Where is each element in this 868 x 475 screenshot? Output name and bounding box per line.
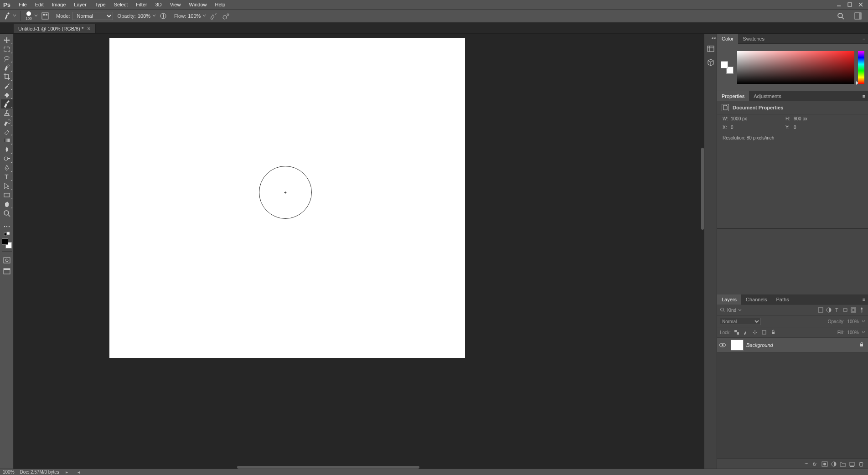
panel-menu-icon[interactable]: ≡: [860, 36, 868, 41]
pen-tool[interactable]: [1, 163, 13, 172]
doc-size[interactable]: Doc: 2.57M/0 bytes: [20, 470, 59, 475]
clone-stamp-tool[interactable]: [1, 108, 13, 118]
quick-selection-tool[interactable]: [1, 63, 13, 72]
color-foreground-background[interactable]: [721, 61, 734, 74]
chevron-down-icon[interactable]: [862, 330, 865, 334]
blur-tool[interactable]: [1, 145, 13, 154]
opacity-value[interactable]: 100%: [138, 13, 152, 19]
filter-type-icon[interactable]: T: [833, 306, 841, 314]
flow-value[interactable]: 100%: [188, 13, 202, 19]
layer-visibility-icon[interactable]: [717, 342, 728, 348]
menu-edit[interactable]: Edit: [31, 0, 48, 10]
edit-toolbar-icon[interactable]: [1, 222, 13, 231]
brush-tool[interactable]: [1, 99, 13, 108]
tab-adjustments[interactable]: Adjustments: [749, 91, 786, 101]
window-close-icon[interactable]: [855, 0, 866, 10]
rectangle-tool[interactable]: [1, 191, 13, 200]
history-panel-icon[interactable]: [706, 44, 716, 54]
layer-style-icon[interactable]: fx: [811, 460, 820, 468]
fill-value[interactable]: 100%: [847, 330, 859, 335]
workspace-switcher-icon[interactable]: [853, 11, 863, 21]
layer-filter-kind[interactable]: Kind: [720, 307, 742, 313]
lock-all-icon[interactable]: [770, 329, 776, 336]
lock-position-icon[interactable]: [752, 329, 758, 336]
menu-3d[interactable]: 3D: [151, 0, 166, 10]
close-icon[interactable]: ×: [87, 26, 91, 31]
chevron-down-icon[interactable]: [34, 14, 39, 18]
zoom-tool[interactable]: [1, 209, 13, 218]
history-brush-tool[interactable]: [1, 118, 13, 127]
default-colors-icon[interactable]: [1, 231, 13, 237]
quick-mask-icon[interactable]: [2, 256, 12, 264]
document-tab[interactable]: Untitled-1 @ 100% (RGB/8) * ×: [14, 24, 96, 33]
chevron-down-icon[interactable]: [152, 14, 157, 18]
vertical-scrollbar[interactable]: [701, 34, 704, 469]
eraser-tool[interactable]: [1, 127, 13, 136]
window-maximize-icon[interactable]: [844, 0, 855, 10]
lock-artboard-icon[interactable]: [761, 329, 767, 336]
filter-toggle-icon[interactable]: [858, 306, 865, 314]
color-field[interactable]: [737, 51, 854, 84]
status-menu-icon[interactable]: ▸: [65, 470, 69, 475]
menu-window[interactable]: Window: [185, 0, 211, 10]
layer-lock-icon[interactable]: [859, 342, 864, 348]
chevron-down-icon[interactable]: [862, 320, 865, 323]
tool-preset-picker[interactable]: [4, 12, 17, 20]
spot-healing-tool[interactable]: [1, 90, 13, 99]
lasso-tool[interactable]: [1, 54, 13, 63]
type-tool[interactable]: T: [1, 172, 13, 181]
path-selection-tool[interactable]: [1, 181, 13, 191]
tab-paths[interactable]: Paths: [772, 294, 794, 305]
layer-name[interactable]: Background: [746, 342, 773, 348]
filter-shape-icon[interactable]: [842, 306, 849, 314]
link-layers-icon[interactable]: [802, 460, 811, 468]
height-value[interactable]: 900 px: [794, 116, 848, 121]
brush-panel-toggle-icon[interactable]: [41, 11, 50, 21]
filter-smart-icon[interactable]: [850, 306, 857, 314]
new-group-icon[interactable]: [839, 460, 847, 468]
hue-slider[interactable]: [858, 51, 864, 84]
scroll-left-icon[interactable]: ◂: [77, 470, 81, 475]
window-minimize-icon[interactable]: [833, 0, 844, 10]
panel-menu-icon[interactable]: ≡: [860, 93, 868, 99]
gradient-tool[interactable]: [1, 136, 13, 145]
panel-menu-icon[interactable]: ≡: [860, 297, 868, 302]
canvas-area[interactable]: [14, 34, 704, 469]
lock-transparency-icon[interactable]: [734, 329, 740, 336]
tab-color[interactable]: Color: [717, 34, 738, 44]
add-mask-icon[interactable]: [821, 460, 829, 468]
tab-channels[interactable]: Channels: [741, 294, 771, 305]
layer-opacity-value[interactable]: 100%: [847, 319, 859, 324]
lock-image-icon[interactable]: [743, 329, 749, 336]
brush-preset-picker[interactable]: 150: [23, 10, 34, 21]
delete-layer-icon[interactable]: [857, 460, 865, 468]
airbrush-icon[interactable]: [209, 11, 218, 21]
layer-row[interactable]: Background: [717, 338, 868, 352]
move-tool[interactable]: [1, 36, 13, 45]
menu-type[interactable]: Type: [91, 0, 110, 10]
crop-tool[interactable]: [1, 72, 13, 81]
new-adjustment-layer-icon[interactable]: [830, 460, 838, 468]
libraries-panel-icon[interactable]: [706, 57, 716, 67]
pressure-size-icon[interactable]: [222, 11, 231, 21]
menu-layer[interactable]: Layer: [70, 0, 91, 10]
pressure-opacity-icon[interactable]: [159, 11, 168, 21]
tab-properties[interactable]: Properties: [717, 91, 749, 101]
menu-view[interactable]: View: [166, 0, 185, 10]
menu-filter[interactable]: Filter: [132, 0, 151, 10]
chevron-down-icon[interactable]: [202, 14, 207, 18]
expand-panels-icon[interactable]: ◂◂: [711, 36, 717, 40]
filter-pixel-icon[interactable]: [817, 306, 824, 314]
width-value[interactable]: 1000 px: [731, 116, 785, 121]
rectangular-marquee-tool[interactable]: [1, 45, 13, 54]
y-value[interactable]: 0: [794, 125, 848, 130]
zoom-level[interactable]: 100%: [3, 470, 15, 475]
filter-adjustment-icon[interactable]: [825, 306, 832, 314]
x-value[interactable]: 0: [731, 125, 785, 130]
menu-select[interactable]: Select: [110, 0, 132, 10]
layer-blend-mode-select[interactable]: Normal: [720, 318, 761, 325]
menu-help[interactable]: Help: [211, 0, 230, 10]
tab-swatches[interactable]: Swatches: [738, 34, 769, 44]
new-layer-icon[interactable]: [848, 460, 856, 468]
blend-mode-select[interactable]: Normal: [72, 12, 113, 20]
